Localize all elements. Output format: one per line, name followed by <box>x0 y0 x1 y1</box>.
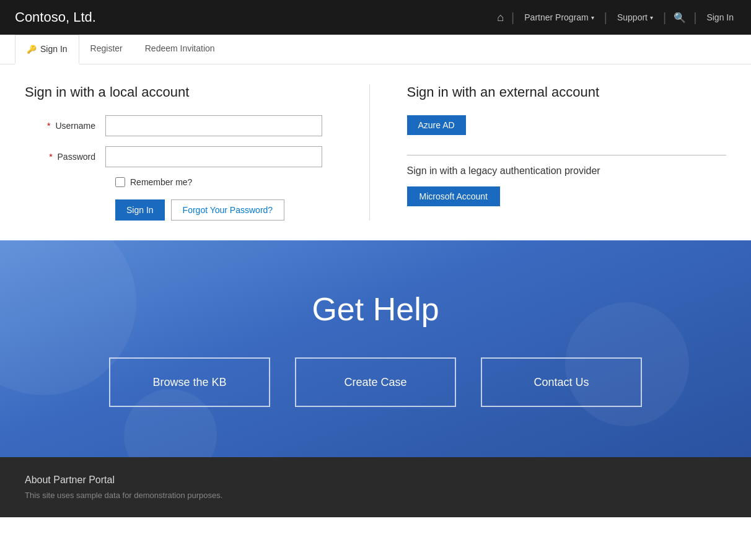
local-account-title: Sign in with a local account <box>25 84 345 100</box>
tab-redeem-label: Redeem Invitation <box>145 43 215 53</box>
signin-btn-row: Sign In Forgot Your Password? <box>115 199 345 221</box>
header-nav: ⌂ | Partner Program ▾ | Support ▾ | 🔍 | … <box>497 11 736 25</box>
tab-register-label: Register <box>90 43 123 53</box>
bg-shapes <box>0 240 751 457</box>
tabs-list: 🔑 Sign In Register Redeem Invitation <box>15 35 736 64</box>
footer: About Partner Portal This site uses samp… <box>0 457 751 517</box>
username-row: * Username <box>25 115 345 136</box>
divider-1: | <box>511 11 514 25</box>
local-account-panel: Sign in with a local account * Username … <box>25 84 369 221</box>
external-account-panel: Sign in with an external account Azure A… <box>369 84 727 221</box>
azure-ad-button[interactable]: Azure AD <box>407 115 466 135</box>
contact-us-button[interactable]: Contact Us <box>481 357 642 407</box>
browse-kb-button[interactable]: Browse the KB <box>109 357 270 407</box>
support-menu[interactable]: Support ▾ <box>615 12 656 22</box>
username-required-star: * <box>47 121 50 131</box>
signin-section: Sign in with a local account * Username … <box>0 64 751 240</box>
support-arrow: ▾ <box>650 14 653 21</box>
password-label: * Password <box>25 152 105 162</box>
partner-program-arrow: ▾ <box>591 14 594 21</box>
remember-row: Remember me? <box>115 177 345 187</box>
password-input[interactable] <box>105 146 322 167</box>
legacy-divider <box>407 155 727 155</box>
get-help-section: Get Help Browse the KB Create Case Conta… <box>0 240 751 457</box>
signin-nav-label: Sign In <box>706 12 734 22</box>
partner-program-label: Partner Program <box>524 12 588 22</box>
search-icon[interactable]: 🔍 <box>674 12 686 24</box>
tab-signin[interactable]: 🔑 Sign In <box>15 35 79 64</box>
get-help-title: Get Help <box>312 291 439 328</box>
support-label: Support <box>617 12 648 22</box>
signin-nav-item[interactable]: Sign In <box>704 12 736 22</box>
microsoft-account-button[interactable]: Microsoft Account <box>407 186 501 206</box>
brand-name: Contoso, Ltd. <box>15 9 497 25</box>
username-label: * Username <box>25 121 105 131</box>
tab-redeem[interactable]: Redeem Invitation <box>134 35 226 64</box>
tabs-section: 🔑 Sign In Register Redeem Invitation <box>0 35 751 64</box>
partner-program-menu[interactable]: Partner Program ▾ <box>522 12 596 22</box>
home-icon[interactable]: ⌂ <box>497 11 504 24</box>
help-buttons: Browse the KB Create Case Contact Us <box>35 357 716 407</box>
password-row: * Password <box>25 146 345 167</box>
divider-3: | <box>663 11 666 25</box>
remember-label: Remember me? <box>130 177 192 187</box>
remember-checkbox[interactable] <box>115 177 125 187</box>
username-input[interactable] <box>105 115 322 136</box>
signin-button[interactable]: Sign In <box>115 199 165 221</box>
external-account-title: Sign in with an external account <box>407 84 727 100</box>
legacy-title: Sign in with a legacy authentication pro… <box>407 165 727 177</box>
create-case-button[interactable]: Create Case <box>295 357 456 407</box>
footer-title: About Partner Portal <box>25 475 726 486</box>
tab-signin-label: Sign In <box>40 44 68 54</box>
tab-register[interactable]: Register <box>79 35 134 64</box>
password-required-star: * <box>49 152 52 162</box>
header: Contoso, Ltd. ⌂ | Partner Program ▾ | Su… <box>0 0 751 35</box>
divider-4: | <box>693 11 696 25</box>
footer-description: This site uses sample data for demonstra… <box>25 491 726 500</box>
divider-2: | <box>604 11 607 25</box>
signin-tab-icon: 🔑 <box>27 45 37 54</box>
forgot-password-button[interactable]: Forgot Your Password? <box>171 199 285 221</box>
